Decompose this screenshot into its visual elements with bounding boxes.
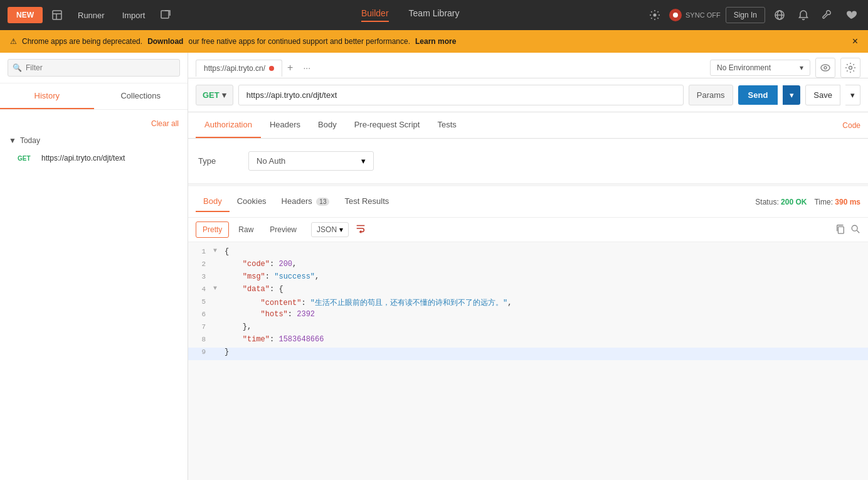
resp-tab-cookies[interactable]: Cookies [230, 191, 274, 212]
content-area: https://api.tryto.cn/ + ··· No Environme… [188, 53, 868, 480]
tab-active-dot [269, 66, 274, 71]
headers-badge: 13 [316, 198, 329, 206]
globe-icon-button[interactable] [770, 6, 789, 24]
sidebar-search-area: 🔍 [0, 53, 188, 83]
eye-icon-button[interactable] [815, 58, 835, 78]
settings-icon-button[interactable] [645, 6, 664, 24]
resp-tab-test-results[interactable]: Test Results [337, 191, 396, 212]
nav-center: Builder Team Library [180, 8, 640, 22]
code-line-6: 6 "hots": 2392 [188, 310, 868, 323]
warning-icon: ⚠ [10, 37, 17, 46]
tab-team-library[interactable]: Team Library [409, 8, 460, 22]
environment-selector[interactable]: No Environment ▾ [710, 60, 810, 76]
sidebar: 🔍 History Collections Clear all ▼ Today … [0, 53, 188, 480]
collapse-arrow-1[interactable]: ▼ [213, 247, 222, 254]
resp-body-actions [835, 224, 860, 236]
auth-type-selector[interactable]: No Auth ▾ [248, 151, 374, 171]
code-line-5: 5 "content": "生活不止眼前的苟且，还有读不懂的诗和到不了的远方。"… [188, 297, 868, 310]
save-dropdown-button[interactable]: ▾ [845, 85, 860, 105]
active-tab-pill[interactable]: https://api.tryto.cn/ [196, 60, 282, 77]
svg-point-8 [821, 65, 830, 71]
status-info: Status: 200 OK Time: 390 ms [755, 198, 860, 206]
tab-body[interactable]: Body [309, 112, 346, 138]
resp-body-tab-raw[interactable]: Raw [231, 221, 260, 238]
sidebar-tabs: History Collections [0, 83, 188, 110]
resp-tab-body[interactable]: Body [196, 191, 230, 212]
env-bar: No Environment ▾ [710, 58, 860, 78]
wrench-icon-button[interactable] [818, 6, 837, 24]
params-button[interactable]: Params [689, 85, 733, 105]
send-button[interactable]: Send [738, 85, 778, 105]
history-item[interactable]: GET https://api.tryto.cn/djt/text [9, 150, 179, 166]
sign-in-button[interactable]: Sign In [726, 7, 765, 23]
code-line-1: 1 ▼ { [188, 247, 868, 260]
sidebar-content: Clear all ▼ Today GET https://api.tryto.… [0, 110, 188, 480]
settings-icon-button-env[interactable] [840, 58, 860, 78]
filter-input[interactable] [8, 59, 180, 77]
wrap-icon[interactable] [355, 223, 366, 237]
method-selector[interactable]: GET ▾ [196, 85, 233, 105]
svg-point-9 [824, 67, 827, 69]
auth-section: Type No Auth ▾ [188, 139, 868, 184]
download-link[interactable]: Download [147, 37, 183, 46]
search-response-button[interactable] [850, 224, 860, 236]
status-value: 200 OK [781, 198, 807, 206]
resp-body-tab-pretty[interactable]: Pretty [196, 221, 229, 238]
svg-point-4 [654, 14, 657, 17]
today-chevron-icon: ▼ [9, 136, 16, 145]
resp-body-tab-preview[interactable]: Preview [263, 221, 304, 238]
tab-headers[interactable]: Headers [261, 112, 309, 138]
clear-all-button[interactable]: Clear all [151, 119, 179, 128]
tab-pre-request-script[interactable]: Pre-request Script [346, 112, 429, 138]
code-line-4: 4 ▼ "data": { [188, 285, 868, 297]
time-label: Time: 390 ms [814, 198, 860, 206]
new-window-button[interactable] [156, 6, 175, 24]
request-tabs-row: Authorization Headers Body Pre-request S… [188, 112, 868, 139]
svg-rect-3 [161, 11, 169, 18]
warning-banner: ⚠ Chrome apps are being deprecated. Down… [0, 30, 868, 53]
tab-url-text: https://api.tryto.cn/ [204, 64, 265, 73]
time-value: 390 ms [835, 198, 860, 206]
type-row: Type No Auth ▾ [198, 151, 858, 171]
code-link[interactable]: Code [842, 121, 860, 130]
add-tab-button[interactable]: + [282, 60, 298, 76]
filter-search-icon: 🔍 [13, 63, 22, 72]
tab-tests[interactable]: Tests [428, 112, 465, 138]
learn-more-link[interactable]: Learn more [415, 37, 456, 46]
format-selector[interactable]: JSON ▾ [311, 222, 349, 237]
import-button[interactable]: Import [116, 7, 152, 24]
bell-icon-button[interactable] [794, 6, 813, 24]
url-tab-bar: https://api.tryto.cn/ + ··· No Environme… [188, 53, 868, 78]
resp-tab-headers[interactable]: Headers 13 [274, 191, 337, 212]
code-line-2: 2 "code": 200, [188, 260, 868, 272]
type-label: Type [198, 156, 236, 166]
url-input[interactable] [238, 85, 684, 105]
svg-point-12 [852, 225, 857, 231]
top-nav: NEW Runner Import Builder Team Library [0, 0, 868, 30]
today-label[interactable]: ▼ Today [9, 136, 179, 145]
save-button[interactable]: Save [805, 85, 840, 105]
history-url: https://api.tryto.cn/djt/text [41, 154, 125, 163]
new-button[interactable]: NEW [8, 7, 43, 23]
tab-collections[interactable]: Collections [94, 83, 188, 109]
tab-authorization[interactable]: Authorization [196, 112, 261, 138]
warning-text: Chrome apps are being deprecated. [22, 37, 142, 46]
clear-all-area: Clear all [0, 115, 188, 131]
tab-builder[interactable]: Builder [361, 8, 389, 22]
send-dropdown-button[interactable]: ▾ [783, 85, 800, 105]
copy-response-button[interactable] [835, 224, 845, 236]
sync-badge: SYNC OFF [669, 9, 721, 21]
code-line-8: 8 "time": 1583648666 [188, 335, 868, 348]
code-line-7: 7 }, [188, 323, 868, 335]
runner-button[interactable]: Runner [71, 7, 111, 24]
collapse-arrow-4[interactable]: ▼ [213, 285, 222, 292]
svg-point-10 [849, 67, 852, 70]
tab-history[interactable]: History [0, 83, 94, 109]
warning-close-button[interactable]: × [852, 36, 858, 47]
method-chevron-icon: ▾ [222, 90, 226, 100]
today-group: ▼ Today GET https://api.tryto.cn/djt/tex… [0, 131, 188, 171]
resp-body-tabs: Pretty Raw Preview JSON ▾ [188, 218, 868, 242]
more-tabs-button[interactable]: ··· [298, 60, 315, 75]
layout-icon-button[interactable] [48, 6, 66, 24]
heart-icon-button[interactable] [842, 6, 860, 24]
